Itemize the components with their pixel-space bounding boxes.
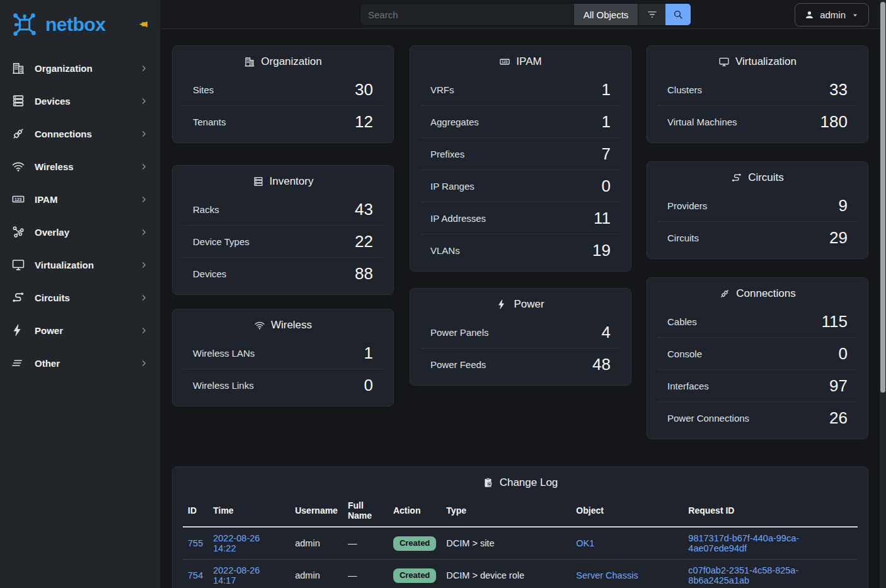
stat-label: Prefixes	[430, 149, 464, 159]
user-menu-button[interactable]: admin	[795, 3, 869, 26]
stat-label: IP Addresses	[430, 213, 486, 224]
stat-row[interactable]: Clusters 33	[657, 74, 858, 105]
stat-row[interactable]: Racks 43	[183, 193, 383, 225]
change-log-table: ID Time Username Full Name Action Type O…	[183, 497, 858, 588]
stat-label: Racks	[193, 204, 219, 215]
card-change-log: Change Log ID Time Username Full Name	[172, 466, 868, 588]
search-group: All Objects	[360, 3, 691, 26]
stat-label: Console	[667, 349, 702, 359]
sidebar-item[interactable]: Devices	[0, 84, 160, 117]
sidebar-item[interactable]: Connections	[0, 117, 160, 150]
search-button[interactable]	[665, 4, 691, 25]
search-input[interactable]	[360, 4, 574, 25]
column-header: Object	[571, 497, 683, 527]
request-id-link[interactable]: 9817317d-b67f-440a-99ca-4ae07ede94df	[688, 533, 799, 553]
clipboard-clock-icon	[483, 477, 494, 488]
stat-row[interactable]: VRFs 1	[420, 74, 621, 105]
stat-list: Wireless LANs 1 Wireless Links 0	[173, 337, 393, 406]
flash-icon	[497, 299, 508, 310]
stat-label: Providers	[667, 200, 707, 211]
table-row: 754 2022-08-26 14:17 admin — Created DCI…	[183, 560, 858, 588]
card-inventory: Inventory Racks 43 Device Types 22 Devic…	[172, 165, 394, 295]
stat-row[interactable]: Power Panels 4	[420, 316, 621, 348]
change-id-link[interactable]: 754	[188, 570, 203, 580]
card-organization: Organization Sites 30 Tenants 12	[172, 45, 394, 143]
stat-row[interactable]: VLANs 19	[420, 234, 621, 266]
stat-value: 12	[355, 113, 373, 130]
sidebar-item[interactable]: Organization	[0, 52, 160, 84]
card-title-text: Connections	[736, 287, 796, 300]
chevron-right-icon	[139, 96, 149, 106]
stat-row[interactable]: Console 0	[657, 337, 858, 369]
stat-label: IP Ranges	[430, 181, 475, 192]
transit-icon	[731, 172, 742, 183]
brand-name: netbox	[45, 14, 105, 35]
stat-list: VRFs 1 Aggregates 1 Prefixes 7 IP Ranges…	[410, 74, 631, 271]
stat-row[interactable]: Wireless Links 0	[183, 369, 383, 401]
change-time-link[interactable]: 2022-08-26 14:17	[213, 565, 260, 585]
request-id-link[interactable]: c07f0ab2-2351-4c58-825a-8b6a2425a1ab	[688, 565, 798, 585]
object-link[interactable]: OK1	[576, 538, 594, 548]
stat-row[interactable]: Sites 30	[183, 74, 383, 105]
stat-row[interactable]: Virtual Machines 180	[657, 105, 858, 137]
pin-icon[interactable]	[138, 18, 150, 30]
stat-label: Cables	[667, 316, 697, 327]
stat-row[interactable]: Power Feeds 48	[420, 348, 621, 380]
stat-row[interactable]: Wireless LANs 1	[183, 337, 383, 369]
type-cell: DCIM > site	[446, 538, 494, 548]
stat-label: Power Panels	[430, 327, 489, 338]
sidebar-item[interactable]: Power	[0, 314, 160, 347]
stat-list: Clusters 33 Virtual Machines 180	[647, 74, 868, 142]
card-title-text: Power	[514, 298, 544, 311]
netbox-logo[interactable]: netbox	[0, 0, 160, 49]
full-name-cell: —	[348, 570, 357, 580]
stat-row[interactable]: Interfaces 97	[657, 369, 858, 401]
stat-row[interactable]: Circuits 29	[657, 221, 858, 253]
sidebar-item[interactable]: Wireless	[0, 150, 160, 183]
sidebar-item[interactable]: 123 IPAM	[0, 183, 160, 216]
change-time-link[interactable]: 2022-08-26 14:22	[213, 533, 260, 553]
sidebar-item[interactable]: Circuits	[0, 281, 160, 314]
stat-value: 11	[594, 209, 611, 227]
server-icon	[11, 94, 25, 108]
stat-row[interactable]: Prefixes 7	[420, 137, 621, 170]
filter-button[interactable]	[638, 4, 665, 25]
stat-label: Virtual Machines	[667, 117, 737, 127]
card-title: Power	[410, 289, 631, 316]
username-cell: admin	[295, 538, 320, 548]
sidebar-item[interactable]: Virtualization	[0, 248, 160, 281]
chevron-right-icon	[139, 326, 149, 335]
sidebar-item[interactable]: Other	[0, 347, 160, 379]
stat-value: 33	[829, 81, 848, 98]
stat-value: 43	[355, 200, 373, 218]
stat-label: Tenants	[193, 117, 226, 127]
stat-row[interactable]: IP Ranges 0	[420, 170, 621, 202]
stat-row[interactable]: Devices 88	[183, 257, 383, 289]
stat-row[interactable]: Cables 115	[657, 306, 858, 337]
stat-row[interactable]: Power Connections 26	[657, 401, 858, 434]
stat-value: 19	[592, 241, 611, 259]
card-title-text: Virtualization	[735, 55, 797, 68]
card-title: Wireless	[173, 309, 393, 337]
stat-row[interactable]: Providers 9	[657, 190, 858, 221]
search-scope-dropdown[interactable]: All Objects	[574, 4, 638, 25]
stat-row[interactable]: Tenants 12	[183, 105, 383, 137]
stat-row[interactable]: Device Types 22	[183, 225, 383, 257]
sidebar-item-label: Organization	[35, 63, 93, 74]
chevron-right-icon	[139, 359, 149, 368]
scrollbar-thumb[interactable]	[880, 2, 885, 393]
stat-value: 180	[820, 113, 848, 130]
card-connections: Connections Cables 115 Console 0 Interfa…	[647, 277, 868, 439]
stat-label: Devices	[193, 268, 226, 279]
object-link[interactable]: Server Chassis	[576, 570, 638, 580]
sidebar-item-label: Virtualization	[35, 260, 94, 270]
stat-row[interactable]: Aggregates 1	[420, 105, 621, 137]
column-header: Action	[388, 497, 441, 527]
server-icon	[253, 176, 264, 187]
sidebar-item[interactable]: Overlay	[0, 216, 160, 248]
stat-row[interactable]: IP Addresses 11	[420, 202, 621, 234]
scrollbar-track	[880, 0, 886, 588]
sidebar-item-label: Power	[35, 325, 63, 336]
wifi-icon	[254, 320, 265, 331]
change-id-link[interactable]: 755	[188, 538, 203, 548]
